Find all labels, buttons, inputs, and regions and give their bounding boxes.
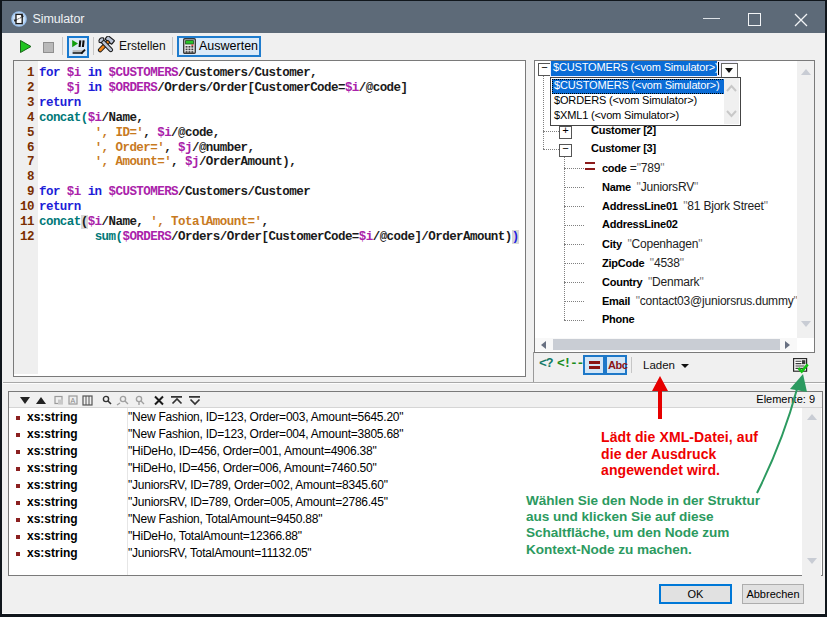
svg-text:A: A [71, 397, 76, 404]
